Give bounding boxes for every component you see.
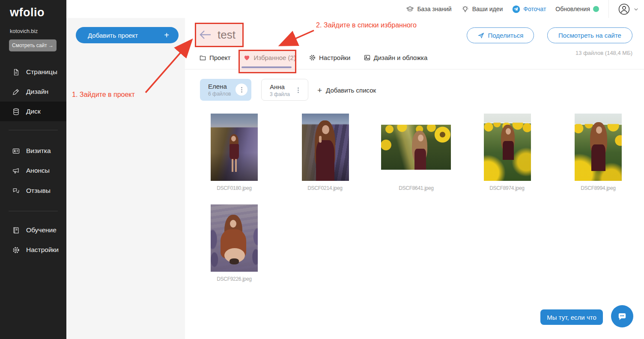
updates-indicator-dot <box>593 6 599 12</box>
share-button[interactable]: Поделиться <box>467 27 534 43</box>
settings-icon <box>12 246 20 254</box>
sidebar-item-pages[interactable]: Страницы <box>0 62 66 82</box>
photo-thumbnail[interactable] <box>484 114 531 181</box>
sidebar-item-label: Анонсы <box>26 167 50 174</box>
learning-icon <box>12 226 20 234</box>
your-ideas-link[interactable]: Ваши идеи <box>461 5 503 13</box>
photo-filename: DSCF8641.jpeg <box>371 185 462 191</box>
avatar[interactable] <box>618 3 630 15</box>
updates-label: Обновления <box>555 6 590 12</box>
wfolio-logo: wfolio <box>10 6 45 19</box>
sidebar-item-label: Дизайн <box>26 88 48 96</box>
site-domain: kotovich.biz <box>10 28 38 34</box>
tab-label: Избранное (2) <box>253 54 296 61</box>
view-on-site-label: Посмотреть на сайте <box>558 32 621 39</box>
sidebar-item-label: Настройки <box>26 246 59 254</box>
topbar: База знаний Ваши идеи Фоточат Обновления <box>66 0 644 18</box>
knowledge-base-label: База знаний <box>417 6 451 12</box>
photo-thumbnail[interactable] <box>211 204 258 272</box>
folder-icon <box>199 54 206 61</box>
graduation-cap-icon <box>406 5 414 13</box>
pages-icon <box>12 68 20 76</box>
lightbulb-icon <box>461 5 469 13</box>
your-ideas-label: Ваши идеи <box>472 6 503 12</box>
account-menu[interactable] <box>618 3 639 15</box>
list-count: 6 файлов <box>208 91 231 97</box>
card-icon <box>12 147 20 155</box>
reviews-icon <box>12 187 20 195</box>
heart-icon <box>243 54 250 61</box>
active-tab-underline <box>242 66 292 68</box>
sidebar-item-label: Диск <box>26 108 41 115</box>
megaphone-icon <box>12 167 20 175</box>
tab-label: Проект <box>209 54 230 61</box>
chat-bubble-icon <box>616 310 628 322</box>
tab-label: Дизайн и обложка <box>374 54 428 61</box>
sidebar-item-settings[interactable]: Настройки <box>0 240 66 260</box>
updates-link[interactable]: Обновления <box>555 6 599 12</box>
list-name: Елена <box>208 83 227 90</box>
tab-project[interactable]: Проект <box>199 54 230 61</box>
sidebar-item-reviews[interactable]: Отзывы <box>0 181 66 201</box>
photo-thumbnail[interactable] <box>302 114 349 181</box>
sidebar-item-label: Визитка <box>26 147 51 155</box>
sidebar-item-card[interactable]: Визитка <box>0 141 66 161</box>
add-list-label: Добавить список <box>326 87 376 94</box>
add-project-button[interactable]: Добавить проект + <box>76 27 179 43</box>
project-title: test <box>218 28 236 42</box>
favorites-list-elena[interactable]: Елена 6 файлов <box>200 79 251 101</box>
files-summary: 13 файлов (148,4 МБ) <box>575 50 632 56</box>
chat-widget-button[interactable] <box>611 305 633 327</box>
sidebar-item-learning[interactable]: Обучение <box>0 220 66 240</box>
topbar-divider <box>608 0 609 18</box>
main-sidebar: wfolio kotovich.biz Смотреть сайт → Стра… <box>0 0 66 339</box>
disk-icon <box>12 108 20 116</box>
list-name: Анна <box>270 83 285 90</box>
tabs-divider <box>185 69 644 69</box>
photo-thumbnail[interactable] <box>575 114 622 181</box>
tab-settings[interactable]: Настройки <box>309 54 351 61</box>
photo-filename: DSCF9226.jpeg <box>189 276 280 282</box>
sidebar-item-disk[interactable]: Диск <box>0 102 66 121</box>
plus-icon: + <box>317 86 322 94</box>
view-site-button[interactable]: Смотреть сайт → <box>9 39 57 51</box>
view-on-site-button[interactable]: Посмотреть на сайте <box>547 27 632 43</box>
project-tabs: Проект Избранное (2) Настройки Дизайн и … <box>199 51 427 63</box>
projects-panel: Добавить проект + <box>66 18 185 339</box>
photochat-label: Фоточат <box>523 6 546 12</box>
image-icon <box>364 54 371 61</box>
chevron-down-icon[interactable] <box>633 6 639 12</box>
telegram-icon <box>512 5 520 13</box>
tab-label: Настройки <box>319 54 351 61</box>
sidebar-divider <box>9 130 58 130</box>
sidebar-item-design[interactable]: Дизайн <box>0 82 66 102</box>
photo-filename: DSCF0214.jpeg <box>280 185 370 191</box>
support-button[interactable]: Мы тут, если что <box>540 309 603 325</box>
tab-favorites[interactable]: Избранное (2) <box>243 54 296 61</box>
back-button[interactable] <box>199 29 212 40</box>
sidebar-item-label: Отзывы <box>26 187 51 195</box>
list-menu-kebab-icon[interactable] <box>236 84 247 96</box>
sidebar-divider <box>9 211 58 211</box>
photochat-link[interactable]: Фоточат <box>512 5 546 13</box>
gear-icon <box>309 54 316 61</box>
photo-filename: DSCF0180.jpeg <box>189 185 280 191</box>
sidebar-item-label: Обучение <box>26 226 57 234</box>
knowledge-base-link[interactable]: База знаний <box>406 5 451 13</box>
add-project-label: Добавить проект <box>88 32 138 39</box>
sidebar-item-announcements[interactable]: Анонсы <box>0 161 66 180</box>
photo-filename: DSCF8974.jpeg <box>462 185 552 191</box>
plus-icon: + <box>164 31 169 39</box>
add-list-button[interactable]: + Добавить список <box>317 85 376 95</box>
design-icon <box>12 88 20 96</box>
sidebar-item-label: Страницы <box>26 68 57 76</box>
photo-filename: DSCF8994.jpeg <box>553 185 644 191</box>
project-view: test Поделиться Посмотреть на сайте 13 ф… <box>185 18 644 339</box>
list-menu-kebab-icon[interactable] <box>292 84 304 96</box>
tab-design-cover[interactable]: Дизайн и обложка <box>364 54 428 61</box>
photo-thumbnail[interactable] <box>211 114 258 181</box>
photo-thumbnail[interactable] <box>381 125 451 170</box>
share-label: Поделиться <box>488 32 524 39</box>
favorites-list-anna[interactable]: Анна 3 файла <box>261 79 308 101</box>
list-count: 3 файла <box>270 91 290 97</box>
